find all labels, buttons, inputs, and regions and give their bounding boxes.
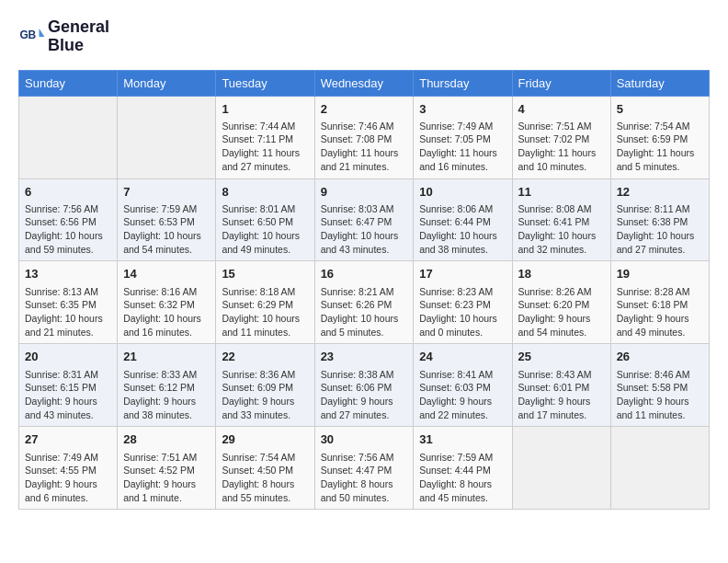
day-number: 23 (321, 349, 408, 365)
calendar-cell: 8Sunrise: 8:01 AM Sunset: 6:50 PM Daylig… (216, 178, 314, 261)
weekday-header: Monday (118, 70, 216, 96)
day-detail: Sunrise: 8:03 AM Sunset: 6:47 PM Dayligh… (321, 202, 408, 257)
day-detail: Sunrise: 7:56 AM Sunset: 4:47 PM Dayligh… (321, 451, 408, 505)
day-number: 16 (321, 266, 408, 282)
day-detail: Sunrise: 8:21 AM Sunset: 6:26 PM Dayligh… (321, 285, 408, 339)
day-number: 3 (419, 101, 506, 118)
day-number: 30 (321, 431, 408, 448)
day-detail: Sunrise: 8:36 AM Sunset: 6:09 PM Dayligh… (222, 368, 308, 422)
calendar-cell: 20Sunrise: 8:31 AM Sunset: 6:15 PM Dayli… (19, 344, 118, 427)
weekday-header: Tuesday (216, 70, 314, 96)
calendar-week-row: 13Sunrise: 8:13 AM Sunset: 6:35 PM Dayli… (19, 261, 710, 344)
logo-text: General Blue (48, 18, 109, 55)
day-number: 14 (123, 266, 210, 282)
day-detail: Sunrise: 8:26 AM Sunset: 6:20 PM Dayligh… (518, 285, 605, 339)
calendar-cell: 6Sunrise: 7:56 AM Sunset: 6:56 PM Daylig… (19, 178, 118, 261)
day-number: 9 (321, 184, 408, 201)
calendar-week-row: 6Sunrise: 7:56 AM Sunset: 6:56 PM Daylig… (19, 178, 710, 261)
day-detail: Sunrise: 7:59 AM Sunset: 6:53 PM Dayligh… (123, 202, 210, 257)
calendar-cell (19, 96, 118, 178)
day-number: 20 (25, 349, 111, 365)
weekday-header: Thursday (414, 70, 512, 96)
day-detail: Sunrise: 8:41 AM Sunset: 6:03 PM Dayligh… (419, 368, 506, 422)
day-detail: Sunrise: 7:44 AM Sunset: 7:11 PM Dayligh… (222, 120, 308, 174)
day-number: 19 (617, 266, 703, 282)
calendar-cell: 22Sunrise: 8:36 AM Sunset: 6:09 PM Dayli… (216, 344, 314, 427)
day-number: 7 (123, 184, 210, 201)
day-number: 1 (222, 101, 308, 118)
day-number: 25 (518, 349, 605, 365)
day-detail: Sunrise: 8:18 AM Sunset: 6:29 PM Dayligh… (222, 285, 308, 339)
calendar-cell: 27Sunrise: 7:49 AM Sunset: 4:55 PM Dayli… (19, 427, 118, 510)
calendar-cell: 3Sunrise: 7:49 AM Sunset: 7:05 PM Daylig… (414, 96, 512, 178)
day-detail: Sunrise: 8:08 AM Sunset: 6:41 PM Dayligh… (518, 202, 605, 257)
day-detail: Sunrise: 8:11 AM Sunset: 6:38 PM Dayligh… (617, 202, 703, 257)
calendar-cell: 23Sunrise: 8:38 AM Sunset: 6:06 PM Dayli… (314, 344, 414, 427)
day-detail: Sunrise: 7:49 AM Sunset: 7:05 PM Dayligh… (419, 120, 506, 174)
logo: G B General Blue (18, 18, 109, 55)
calendar-cell: 30Sunrise: 7:56 AM Sunset: 4:47 PM Dayli… (314, 427, 414, 510)
calendar-week-row: 1Sunrise: 7:44 AM Sunset: 7:11 PM Daylig… (19, 96, 710, 178)
day-detail: Sunrise: 8:43 AM Sunset: 6:01 PM Dayligh… (518, 368, 605, 422)
day-number: 29 (222, 431, 308, 448)
day-number: 10 (419, 184, 506, 201)
day-number: 24 (419, 349, 506, 365)
calendar-cell: 14Sunrise: 8:16 AM Sunset: 6:32 PM Dayli… (118, 261, 216, 344)
svg-text:B: B (28, 28, 37, 40)
svg-marker-2 (40, 29, 45, 37)
day-detail: Sunrise: 8:13 AM Sunset: 6:35 PM Dayligh… (25, 285, 111, 339)
calendar-cell: 31Sunrise: 7:59 AM Sunset: 4:44 PM Dayli… (414, 427, 512, 510)
calendar-cell: 18Sunrise: 8:26 AM Sunset: 6:20 PM Dayli… (512, 261, 610, 344)
weekday-header: Sunday (19, 70, 118, 96)
day-number: 17 (419, 266, 506, 282)
calendar-cell: 24Sunrise: 8:41 AM Sunset: 6:03 PM Dayli… (414, 344, 512, 427)
calendar-cell: 4Sunrise: 7:51 AM Sunset: 7:02 PM Daylig… (512, 96, 610, 178)
calendar-cell: 28Sunrise: 7:51 AM Sunset: 4:52 PM Dayli… (118, 427, 216, 510)
weekday-header: Friday (512, 70, 610, 96)
weekday-header: Wednesday (314, 70, 414, 96)
day-number: 22 (222, 349, 308, 365)
day-detail: Sunrise: 7:59 AM Sunset: 4:44 PM Dayligh… (419, 451, 506, 505)
calendar-cell: 19Sunrise: 8:28 AM Sunset: 6:18 PM Dayli… (610, 261, 709, 344)
day-number: 26 (617, 349, 703, 365)
day-detail: Sunrise: 8:38 AM Sunset: 6:06 PM Dayligh… (321, 368, 408, 422)
calendar-cell: 26Sunrise: 8:46 AM Sunset: 5:58 PM Dayli… (610, 344, 709, 427)
calendar-cell (118, 96, 216, 178)
calendar-cell (610, 427, 709, 510)
calendar-cell: 17Sunrise: 8:23 AM Sunset: 6:23 PM Dayli… (414, 261, 512, 344)
day-detail: Sunrise: 8:01 AM Sunset: 6:50 PM Dayligh… (222, 202, 308, 257)
day-number: 13 (25, 266, 111, 282)
calendar-cell: 12Sunrise: 8:11 AM Sunset: 6:38 PM Dayli… (610, 178, 709, 261)
day-detail: Sunrise: 7:49 AM Sunset: 4:55 PM Dayligh… (25, 451, 111, 505)
day-number: 31 (419, 431, 506, 448)
calendar-cell: 10Sunrise: 8:06 AM Sunset: 6:44 PM Dayli… (414, 178, 512, 261)
calendar-header-row: SundayMondayTuesdayWednesdayThursdayFrid… (19, 70, 710, 96)
calendar-cell: 5Sunrise: 7:54 AM Sunset: 6:59 PM Daylig… (610, 96, 709, 178)
day-number: 21 (123, 349, 210, 365)
day-detail: Sunrise: 8:16 AM Sunset: 6:32 PM Dayligh… (123, 285, 210, 339)
calendar-cell: 25Sunrise: 8:43 AM Sunset: 6:01 PM Dayli… (512, 344, 610, 427)
day-detail: Sunrise: 8:28 AM Sunset: 6:18 PM Dayligh… (617, 285, 703, 339)
calendar-cell: 1Sunrise: 7:44 AM Sunset: 7:11 PM Daylig… (216, 96, 314, 178)
calendar-week-row: 27Sunrise: 7:49 AM Sunset: 4:55 PM Dayli… (19, 427, 710, 510)
day-detail: Sunrise: 8:46 AM Sunset: 5:58 PM Dayligh… (617, 368, 703, 422)
day-detail: Sunrise: 7:54 AM Sunset: 6:59 PM Dayligh… (617, 120, 703, 174)
day-detail: Sunrise: 7:51 AM Sunset: 4:52 PM Dayligh… (123, 451, 210, 505)
day-number: 15 (222, 266, 308, 282)
calendar-cell: 29Sunrise: 7:54 AM Sunset: 4:50 PM Dayli… (216, 427, 314, 510)
calendar-cell: 9Sunrise: 8:03 AM Sunset: 6:47 PM Daylig… (314, 178, 414, 261)
day-detail: Sunrise: 8:33 AM Sunset: 6:12 PM Dayligh… (123, 368, 210, 422)
day-number: 28 (123, 431, 210, 448)
calendar-cell: 7Sunrise: 7:59 AM Sunset: 6:53 PM Daylig… (118, 178, 216, 261)
day-detail: Sunrise: 7:56 AM Sunset: 6:56 PM Dayligh… (25, 202, 111, 257)
day-detail: Sunrise: 8:31 AM Sunset: 6:15 PM Dayligh… (25, 368, 111, 422)
day-number: 18 (518, 266, 605, 282)
calendar-cell: 16Sunrise: 8:21 AM Sunset: 6:26 PM Dayli… (314, 261, 414, 344)
day-number: 27 (25, 431, 111, 448)
day-number: 4 (518, 101, 605, 118)
day-detail: Sunrise: 8:06 AM Sunset: 6:44 PM Dayligh… (419, 202, 506, 257)
day-number: 5 (617, 101, 703, 118)
day-detail: Sunrise: 8:23 AM Sunset: 6:23 PM Dayligh… (419, 285, 506, 339)
calendar-table: SundayMondayTuesdayWednesdayThursdayFrid… (18, 70, 710, 511)
calendar-cell: 11Sunrise: 8:08 AM Sunset: 6:41 PM Dayli… (512, 178, 610, 261)
